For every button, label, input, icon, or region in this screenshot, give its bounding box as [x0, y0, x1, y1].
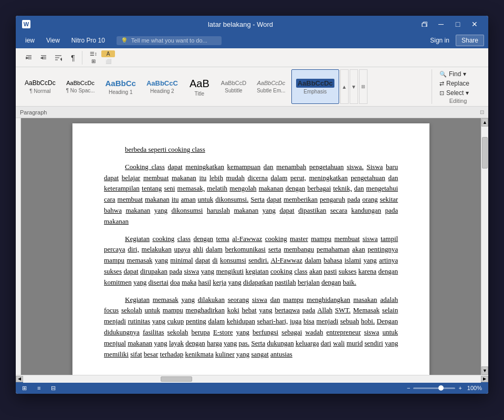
title-bar: W latar belakang - Word ─ □ ✕: [16, 16, 488, 33]
h-scroll-thumb[interactable]: [161, 376, 192, 382]
menu-view[interactable]: View: [41, 35, 65, 46]
find-icon: 🔍: [439, 71, 447, 78]
style-no-space[interactable]: AaBbCcDc ¶ No Spac...: [61, 69, 100, 104]
window-title: latar belakang - Word: [64, 20, 417, 28]
ribbon-btn-indent-inc[interactable]: [37, 51, 50, 65]
share-btn[interactable]: Share: [456, 35, 484, 46]
ribbon-btn-border2[interactable]: ⬜: [101, 58, 115, 65]
minimize-btn[interactable]: ─: [434, 19, 448, 29]
style-subtle-em[interactable]: AaBbCcDc Subtle Em...: [252, 69, 290, 104]
zoom-control: − + 100%: [407, 385, 482, 391]
editing-panel: 🔍 Find ▾ ⇄ Replace ⊡ Select ▾ Editing: [432, 69, 484, 104]
paragraph-intro: berbeda seperti cooking class: [104, 144, 398, 155]
ribbon-btn-border[interactable]: ⊞: [87, 58, 100, 65]
sign-in-btn[interactable]: Sign in: [430, 37, 449, 44]
zoom-slider-thumb[interactable]: [438, 385, 444, 391]
expand-icon[interactable]: ⊡: [480, 109, 484, 115]
menu-right: Sign in Share: [430, 35, 484, 46]
scroll-track[interactable]: [481, 127, 488, 366]
select-btn[interactable]: ⊡ Select ▾: [436, 88, 480, 98]
style-normal[interactable]: AaBbCcDc ¶ Normal: [20, 69, 60, 104]
style-emphasis[interactable]: AaBbCcDc Emphasis: [291, 69, 339, 104]
restore-btn[interactable]: [417, 19, 432, 29]
style-subtitle[interactable]: AaBbCcD Subtitle: [216, 69, 251, 104]
replace-icon: ⇄: [439, 80, 444, 87]
status-right: − + 100%: [407, 385, 482, 391]
select-icon: ⊡: [439, 90, 444, 97]
search-placeholder: Tell me what you want to do...: [131, 37, 207, 44]
scrollbar-left: [16, 118, 21, 375]
scroll-down-btn[interactable]: ▼: [481, 366, 488, 375]
zoom-slider[interactable]: [413, 387, 455, 389]
status-bar: ⊞ ≡ ⊟ − + 100%: [16, 382, 488, 394]
scroll-thumb[interactable]: [482, 137, 488, 169]
ribbon-btn-pilcrow[interactable]: ¶: [66, 51, 80, 65]
menu-bar: iew View Nitro Pro 10 💡 Tell me what you…: [16, 33, 488, 48]
replace-btn[interactable]: ⇄ Replace: [436, 79, 480, 88]
zoom-plus-btn[interactable]: +: [458, 385, 461, 391]
h-scroll-left[interactable]: ◀: [16, 376, 23, 382]
section-bar: Paragraph ⊡: [16, 107, 488, 118]
styles-bar: AaBbCcDc ¶ Normal AaBbCcDc ¶ No Spac... …: [16, 67, 488, 107]
ribbon-btn-sort[interactable]: [51, 51, 65, 65]
paragraph-label: Paragraph: [20, 109, 47, 116]
view-icon-read[interactable]: ≡: [37, 385, 40, 391]
paragraph-1: Cooking class dapat meningkatkan kemampu…: [104, 162, 398, 227]
content-area: berbeda seperti cooking class Cooking cl…: [16, 118, 488, 375]
ribbon-btn-line-space[interactable]: ☰↕: [87, 50, 100, 57]
maximize-btn[interactable]: □: [450, 19, 465, 29]
svg-rect-0: [422, 23, 426, 27]
scrollbar-right: ▲ ▼: [481, 118, 488, 375]
document[interactable]: berbeda seperti cooking class Cooking cl…: [72, 123, 429, 375]
style-heading2[interactable]: AaBbCcC Heading 2: [142, 69, 183, 104]
menu-nitro[interactable]: Nitro Pro 10: [66, 35, 110, 46]
view-icon-web[interactable]: ⊞: [22, 385, 27, 392]
h-scroll-track[interactable]: [23, 375, 481, 383]
h-scroll-bar: ◀ ▶: [16, 375, 488, 382]
editing-label: Editing: [436, 98, 480, 104]
h-scroll-right[interactable]: ▶: [481, 376, 488, 382]
styles-scroll-expand[interactable]: ⊞: [359, 69, 368, 104]
style-title[interactable]: AaB Title: [184, 69, 215, 104]
menu-view-left[interactable]: iew: [20, 35, 40, 46]
styles-scroll-down[interactable]: ▼: [350, 69, 358, 104]
zoom-percent: 100%: [467, 385, 482, 391]
scroll-up-btn[interactable]: ▲: [481, 118, 488, 127]
zoom-minus-btn[interactable]: −: [407, 385, 410, 391]
ribbon-btn-indent-dec[interactable]: [22, 51, 36, 65]
find-btn[interactable]: 🔍 Find ▾: [436, 69, 480, 79]
document-wrapper: berbeda seperti cooking class Cooking cl…: [21, 118, 481, 375]
paragraph-3: Kegiatan memasak yang dilakukan seorang …: [104, 295, 398, 360]
window-controls: ─ □ ✕: [417, 19, 482, 29]
style-heading1[interactable]: AaBbCc Heading 1: [101, 69, 141, 104]
search-box[interactable]: 💡 Tell me what you want to do...: [117, 36, 222, 45]
word-window: W latar belakang - Word ─ □ ✕ iew View N…: [16, 16, 488, 394]
ribbon-group-spacing: ☰↕ ⊞ A ⬜: [85, 50, 117, 65]
ribbon-group-format: ¶: [20, 51, 82, 65]
ribbon-toolbar: ¶ ☰↕ ⊞ A ⬜: [16, 48, 488, 67]
close-btn[interactable]: ✕: [467, 19, 482, 29]
styles-scroll-up[interactable]: ▲: [340, 69, 349, 104]
paragraph-2: Kegiatan cooking class dengan tema al-Fa…: [104, 234, 398, 288]
view-icon-print[interactable]: ⊟: [51, 385, 56, 392]
ribbon-btn-shading[interactable]: A: [101, 50, 115, 57]
